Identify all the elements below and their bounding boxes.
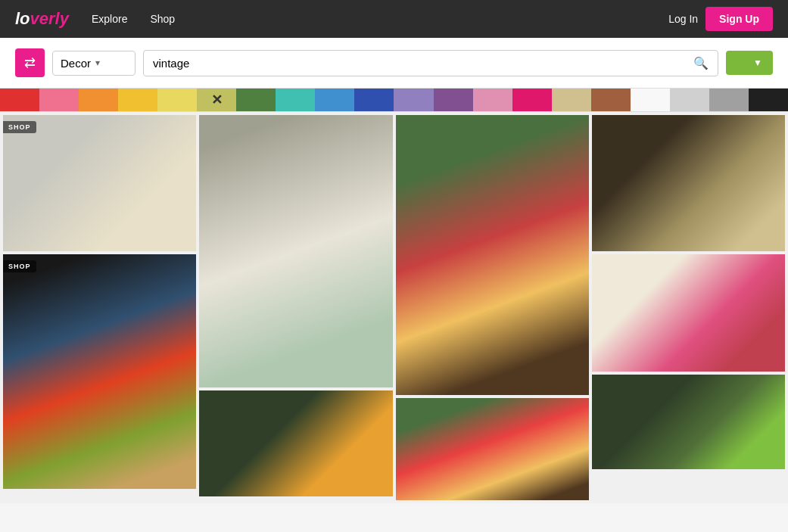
image-col-1: SHOP SHOP — [3, 115, 196, 500]
shop-badge: SHOP — [3, 121, 36, 133]
color-swatch-10[interactable] — [394, 89, 433, 111]
color-swatch-1[interactable] — [39, 89, 79, 111]
nav-explore[interactable]: Explore — [92, 13, 127, 25]
shuffle-button[interactable]: ⇄ — [15, 48, 45, 77]
image-col-3 — [396, 115, 589, 500]
color-picker-button[interactable]: ▼ — [726, 51, 773, 75]
shuffle-icon: ⇄ — [24, 55, 36, 70]
color-swatch-selected — [737, 56, 750, 70]
chevron-down-icon: ▾ — [95, 58, 100, 68]
image-col-2 — [199, 115, 392, 500]
color-swatch-15[interactable] — [591, 89, 631, 111]
image-col-4 — [592, 115, 785, 500]
color-swatch-3[interactable] — [118, 89, 157, 111]
img-card-outdoor-table[interactable] — [592, 115, 785, 251]
img-card-table-setting1[interactable] — [396, 115, 589, 395]
header: loverly Explore Shop Log In Sign Up — [0, 0, 788, 38]
img-card-vintage-dresser[interactable] — [199, 115, 392, 387]
color-swatch-14[interactable] — [552, 89, 591, 111]
color-swatch-8[interactable] — [315, 89, 354, 111]
color-swatch-4[interactable] — [157, 89, 197, 111]
color-swatch-12[interactable] — [473, 89, 512, 111]
logo[interactable]: loverly — [15, 9, 69, 29]
chevron-down-icon: ▼ — [753, 58, 762, 68]
image-grid: SHOP SHOP — [0, 112, 788, 503]
img-card-green-object[interactable] — [592, 375, 785, 469]
color-swatch-11[interactable] — [434, 89, 473, 111]
color-swatch-18[interactable] — [709, 89, 749, 111]
color-swatch-19[interactable] — [749, 89, 788, 111]
header-actions: Log In Sign Up — [668, 7, 773, 31]
color-swatch-16[interactable] — [631, 89, 670, 111]
img-card-floral-wall[interactable] — [592, 254, 785, 372]
search-bar: ⇄ Decor ▾ 🔍 ▼ — [0, 38, 788, 89]
category-label: Decor — [61, 57, 91, 70]
color-swatch-7[interactable] — [276, 89, 315, 111]
img-card-table-setting2[interactable] — [396, 398, 589, 500]
nav: Explore Shop — [92, 13, 668, 25]
img-card-ice-bucket[interactable]: SHOP — [3, 254, 196, 489]
color-swatch-2[interactable] — [79, 89, 118, 111]
color-swatch-5[interactable]: ✕ — [197, 89, 236, 111]
shop-badge: SHOP — [3, 260, 36, 272]
signup-button[interactable]: Sign Up — [705, 7, 773, 31]
img-card-mason-jars[interactable]: SHOP — [3, 115, 196, 251]
img-card-flowers-blur[interactable] — [199, 390, 392, 496]
login-button[interactable]: Log In — [668, 13, 698, 25]
color-swatches: ✕ — [0, 89, 788, 112]
search-input-wrap: 🔍 — [143, 50, 718, 76]
color-swatch-9[interactable] — [354, 89, 394, 111]
category-dropdown[interactable]: Decor ▾ — [52, 51, 135, 76]
color-swatch-17[interactable] — [670, 89, 709, 111]
nav-shop[interactable]: Shop — [150, 13, 175, 25]
color-swatch-13[interactable] — [512, 89, 552, 111]
color-swatch-0[interactable] — [0, 89, 39, 111]
search-icon[interactable]: 🔍 — [693, 56, 709, 70]
color-swatch-6[interactable] — [236, 89, 276, 111]
search-input[interactable] — [153, 57, 693, 70]
